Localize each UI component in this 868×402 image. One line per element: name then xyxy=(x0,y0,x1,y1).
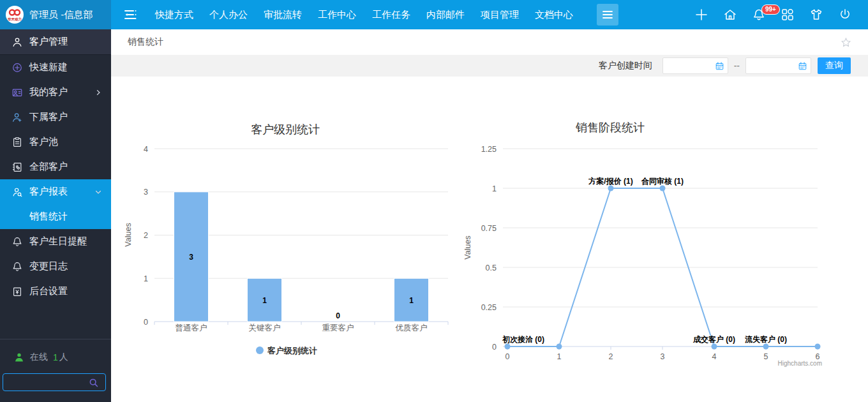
sidebar-item[interactable]: 客户生日提醒 xyxy=(0,229,111,254)
top-menu-item[interactable]: 个人办公 xyxy=(209,0,248,29)
data-point xyxy=(505,344,511,350)
svg-text:3: 3 xyxy=(144,188,148,197)
sidebar-item[interactable]: 变更日志 xyxy=(0,254,111,279)
top-menu: 快捷方式个人办公审批流转工作中心工作任务内部邮件项目管理文档中心 xyxy=(123,0,618,29)
home-icon[interactable] xyxy=(723,8,737,22)
date-to-input[interactable] xyxy=(750,58,795,73)
legend-label: 客户级别统计 xyxy=(267,346,317,355)
sidebar-item-label: 客户报表 xyxy=(29,186,68,198)
quick-add-icon[interactable] xyxy=(694,8,708,22)
data-point xyxy=(763,344,769,350)
sidebar-item-label: 后台设置 xyxy=(29,285,68,297)
date-to-field xyxy=(745,57,811,74)
theme-icon[interactable] xyxy=(809,8,823,22)
breadcrumb-bar: 销售统计 xyxy=(111,29,868,55)
sidebar-item-label: 销售统计 xyxy=(29,211,68,223)
person-add-icon xyxy=(11,112,23,123)
sidebar-header[interactable]: 客户管理 xyxy=(0,29,111,55)
svg-text:0: 0 xyxy=(492,343,497,352)
svg-text:方案/报价 (1): 方案/报价 (1) xyxy=(588,177,632,186)
chart-title: 销售阶段统计 xyxy=(575,121,645,134)
sidebar-search-input[interactable] xyxy=(7,374,86,391)
svg-text:0: 0 xyxy=(336,311,340,320)
menu-collapse-icon[interactable] xyxy=(123,7,139,22)
online-count: 1 xyxy=(53,352,58,362)
top-menu-item[interactable]: 文档中心 xyxy=(535,0,573,29)
data-point xyxy=(608,186,614,191)
logout-icon[interactable] xyxy=(838,8,852,22)
svg-text:0.5: 0.5 xyxy=(486,264,497,272)
topbar-actions: 99+ xyxy=(694,0,868,29)
search-icon[interactable] xyxy=(88,377,99,388)
top-menu-item[interactable]: 工作任务 xyxy=(372,0,410,29)
svg-text:关键客户: 关键客户 xyxy=(249,324,281,332)
sidebar-item[interactable]: 销售统计 xyxy=(0,204,111,229)
svg-text:3: 3 xyxy=(661,352,665,361)
sidebar-item[interactable]: 下属客户 xyxy=(0,105,111,130)
svg-text:3: 3 xyxy=(189,253,193,262)
top-menu-item[interactable]: 内部邮件 xyxy=(426,0,465,29)
top-menu-item[interactable]: 审批流转 xyxy=(264,0,302,29)
page-title: 销售统计 xyxy=(128,36,163,48)
svg-text:流失客户 (0): 流失客户 (0) xyxy=(745,335,787,344)
more-menu-button[interactable] xyxy=(597,4,618,26)
online-status: 在线1人 xyxy=(14,352,111,363)
sidebar-item-label: 下属客户 xyxy=(29,111,68,123)
svg-text:0: 0 xyxy=(144,318,148,327)
svg-text:Values: Values xyxy=(463,235,472,259)
person-icon xyxy=(11,36,23,48)
svg-text:合同审核 (1): 合同审核 (1) xyxy=(641,177,684,186)
filter-bar: 客户创建时间 -- 查询 xyxy=(111,55,868,77)
bell-icon xyxy=(11,261,23,272)
calendar-icon[interactable] xyxy=(715,61,724,71)
sales-stage-chart[interactable]: 销售阶段统计00.250.50.7511.250123456初次接洽 (0)方案… xyxy=(453,102,868,370)
sidebar-item-label: 客户池 xyxy=(29,136,58,148)
notifications-icon[interactable]: 99+ xyxy=(752,8,766,22)
sidebar-item[interactable]: 我的客户 xyxy=(0,80,111,105)
sidebar-item[interactable]: 全部客户 xyxy=(0,154,111,179)
sidebar-item[interactable]: 后台设置 xyxy=(0,279,111,304)
svg-text:1: 1 xyxy=(492,184,497,193)
svg-text:1: 1 xyxy=(557,352,562,361)
favorite-star-icon[interactable] xyxy=(841,37,851,48)
chart-title: 客户级别统计 xyxy=(251,123,320,136)
search-button[interactable]: 查询 xyxy=(818,57,851,74)
plus-circle-icon xyxy=(11,62,23,73)
svg-text:优质客户: 优质客户 xyxy=(396,324,428,332)
data-point xyxy=(712,344,717,350)
chevron-right-icon xyxy=(94,89,102,96)
sidebar-footer: 在线1人 xyxy=(0,339,111,402)
legend-marker xyxy=(256,346,264,354)
top-menu-item[interactable]: 工作中心 xyxy=(318,0,356,29)
sidebar-item-label: 我的客户 xyxy=(29,86,68,98)
customer-level-chart[interactable]: 客户级别统计012343普通客户1关键客户0重要客户1优质客户Values客户级… xyxy=(112,102,453,364)
svg-text:0.25: 0.25 xyxy=(481,303,497,312)
svg-text:0.75: 0.75 xyxy=(481,224,497,233)
brand: 华天动力 管理员 -信息部 xyxy=(0,0,111,29)
apps-icon[interactable] xyxy=(781,8,795,22)
svg-text:2: 2 xyxy=(144,231,148,240)
sidebar-header-label: 客户管理 xyxy=(29,36,68,48)
sidebar-item-label: 变更日志 xyxy=(29,260,68,272)
svg-text:初次接洽 (0): 初次接洽 (0) xyxy=(502,335,544,344)
svg-text:重要客户: 重要客户 xyxy=(322,324,354,332)
sidebar-item[interactable]: 客户池 xyxy=(0,130,111,154)
svg-text:成交客户 (0): 成交客户 (0) xyxy=(692,335,735,344)
sidebar-item[interactable]: 快速新建 xyxy=(0,55,111,80)
sidebar-item-label: 全部客户 xyxy=(29,161,68,173)
svg-text:普通客户: 普通客户 xyxy=(176,324,207,332)
sidebar: 客户管理 快速新建我的客户下属客户客户池全部客户客户报表销售统计客户生日提醒变更… xyxy=(0,29,111,402)
sidebar-item-label: 客户生日提醒 xyxy=(29,235,87,248)
person-card-icon xyxy=(11,87,23,98)
svg-text:1: 1 xyxy=(144,274,148,283)
calendar-icon[interactable] xyxy=(798,61,807,71)
clipboard-yen-icon xyxy=(11,286,23,297)
top-menu-item[interactable]: 项目管理 xyxy=(481,0,519,29)
sidebar-item[interactable]: 客户报表 xyxy=(0,179,111,204)
date-from-field xyxy=(662,57,728,74)
date-from-input[interactable] xyxy=(667,58,712,73)
date-range-separator: -- xyxy=(734,61,740,71)
brand-text: 管理员 -信息部 xyxy=(29,9,93,21)
sidebar-search xyxy=(3,373,106,391)
top-menu-item[interactable]: 快捷方式 xyxy=(155,0,193,29)
